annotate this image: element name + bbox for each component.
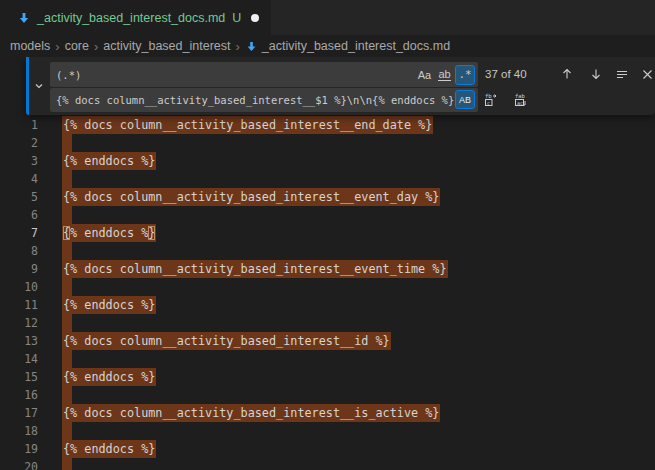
find-match-highlight (62, 134, 72, 152)
line-content (62, 386, 72, 404)
line-content (62, 422, 72, 440)
editor-line[interactable]: 19{% enddocs %} (0, 440, 655, 458)
editor-line[interactable]: 5{% docs column__activity_based_interest… (0, 188, 655, 206)
editor-line[interactable]: 14 (0, 350, 655, 368)
breadcrumb-separator: › (235, 39, 239, 54)
editor-line[interactable]: 6 (0, 206, 655, 224)
line-number: 12 (0, 314, 38, 332)
svg-text:fb: fb (485, 92, 492, 98)
line-number: 15 (0, 368, 38, 386)
line-content (62, 170, 72, 188)
find-results-count: 37 of 40 (485, 62, 565, 87)
find-match-highlight (62, 350, 72, 368)
editor-line[interactable]: 13{% docs column__activity_based_interes… (0, 332, 655, 350)
breadcrumb-item[interactable]: models (10, 39, 50, 53)
svg-text:ac: ac (517, 99, 523, 105)
find-match-highlight: {% enddocs %} (62, 152, 156, 170)
find-match-highlight (62, 278, 72, 296)
find-match-highlight: {% docs column__activity_based_interest_… (62, 332, 391, 350)
previous-match-button[interactable] (556, 63, 578, 85)
line-number: 5 (0, 188, 38, 206)
editor-line[interactable]: 8 (0, 242, 655, 260)
find-match-highlight: {% docs column__activity_based_interest_… (62, 404, 440, 422)
find-match-highlight: {% enddocs %} (62, 224, 156, 242)
preserve-case-button[interactable]: AB (455, 90, 475, 109)
find-match-highlight: {% enddocs %} (62, 296, 156, 314)
replace-icon: fbc (483, 92, 498, 107)
find-in-selection-button[interactable] (611, 63, 633, 85)
chevron-down-icon (32, 79, 46, 93)
editor-line[interactable]: 16 (0, 386, 655, 404)
replace-button[interactable]: fbc (479, 88, 501, 110)
match-case-button[interactable]: Aa (415, 65, 434, 85)
line-content: {% docs column__activity_based_interest_… (62, 332, 391, 350)
find-match-highlight: {% docs column__activity_based_interest_… (62, 188, 440, 206)
breadcrumb-separator: › (55, 39, 59, 54)
close-icon (641, 68, 654, 81)
line-content: {% docs column__activity_based_interest_… (62, 404, 440, 422)
replace-input[interactable]: {% docs column__activity_based_interest_… (50, 88, 478, 112)
find-match-highlight (62, 206, 72, 224)
line-content: {% enddocs %} (62, 296, 156, 314)
arrow-up-icon (560, 67, 574, 81)
toggle-replace-button[interactable] (29, 57, 49, 115)
replace-all-button[interactable]: fabac (509, 88, 531, 110)
find-match-highlight (62, 458, 72, 470)
next-match-button[interactable] (585, 63, 607, 85)
breadcrumb-item[interactable]: core (65, 39, 89, 53)
line-content (62, 134, 72, 152)
regex-button[interactable]: .* (455, 65, 475, 85)
whole-word-button[interactable]: ab (435, 65, 454, 85)
git-status-badge: U (232, 11, 241, 25)
line-content: {% enddocs %} (62, 152, 156, 170)
tab-bar: _activity_based_interest_docs.md U (0, 0, 655, 35)
find-widget: (.*) Aa ab .* 37 of 40 {% docs (26, 57, 655, 115)
editor-line[interactable]: 7{% enddocs %} (0, 224, 655, 242)
editor-line[interactable]: 4 (0, 170, 655, 188)
find-match-highlight: {% docs column__activity_based_interest_… (62, 260, 448, 278)
find-input[interactable]: (.*) Aa ab .* (50, 62, 478, 87)
replace-all-icon: fabac (513, 92, 528, 107)
editor[interactable]: 1{% docs column__activity_based_interest… (0, 57, 655, 470)
tab-active[interactable]: _activity_based_interest_docs.md U (0, 0, 272, 35)
line-number: 10 (0, 278, 38, 296)
editor-line[interactable]: 10 (0, 278, 655, 296)
vscode-window: _activity_based_interest_docs.md U model… (0, 0, 655, 470)
editor-line[interactable]: 18 (0, 422, 655, 440)
line-content (62, 350, 72, 368)
breadcrumb-separator: › (94, 39, 98, 54)
editor-line[interactable]: 3{% enddocs %} (0, 152, 655, 170)
line-number: 20 (0, 458, 38, 470)
line-content (62, 314, 72, 332)
line-number: 18 (0, 422, 38, 440)
editor-line[interactable]: 11{% enddocs %} (0, 296, 655, 314)
line-content: {% docs column__activity_based_interest_… (62, 188, 440, 206)
editor-line[interactable]: 15{% enddocs %} (0, 368, 655, 386)
editor-line[interactable]: 1{% docs column__activity_based_interest… (0, 116, 655, 134)
tab-title: _activity_based_interest_docs.md (37, 11, 225, 25)
close-button[interactable] (636, 63, 655, 85)
line-number: 14 (0, 350, 38, 368)
editor-line[interactable]: 17{% docs column__activity_based_interes… (0, 404, 655, 422)
breadcrumb-item[interactable]: activity_based_interest (103, 39, 230, 53)
line-number: 9 (0, 260, 38, 278)
line-content: {% enddocs %} (62, 440, 156, 458)
breadcrumb-file[interactable]: _activity_based_interest_docs.md (262, 39, 450, 53)
arrow-down-icon (589, 67, 603, 81)
editor-line[interactable]: 12 (0, 314, 655, 332)
markdown-file-icon (17, 11, 31, 25)
line-number: 11 (0, 296, 38, 314)
line-number: 17 (0, 404, 38, 422)
svg-text:fab: fab (515, 92, 525, 98)
line-content: {% enddocs %} (62, 224, 156, 242)
editor-line[interactable]: 2 (0, 134, 655, 152)
find-match-highlight: {% docs column__activity_based_interest_… (62, 116, 433, 134)
line-number: 7 (0, 224, 38, 242)
editor-line[interactable]: 20 (0, 458, 655, 470)
modified-dot-icon[interactable] (251, 14, 259, 22)
line-number: 16 (0, 386, 38, 404)
find-input-value: (.*) (50, 64, 415, 86)
markdown-file-icon (245, 40, 258, 53)
editor-line[interactable]: 9{% docs column__activity_based_interest… (0, 260, 655, 278)
line-content (62, 206, 72, 224)
